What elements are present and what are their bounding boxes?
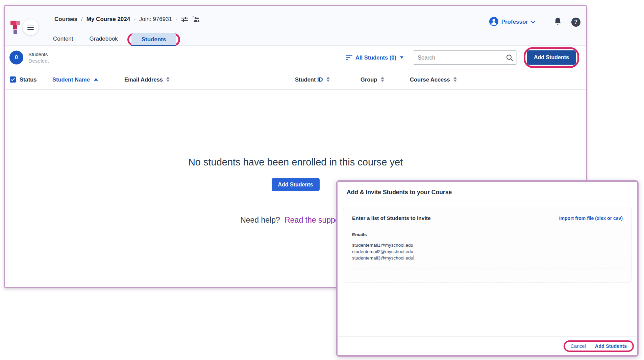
course-settings-icon[interactable] [181,16,188,23]
toolbar-controls: All Students (0) Add Students [346,47,579,68]
help-text: Need help? [240,216,280,224]
email-line: studentemail3@myschool.edu [352,255,623,261]
selected-count-badge: 0 [9,50,23,64]
sort-icon [381,76,384,82]
join-code: Join: 976931 [139,16,172,23]
email-line: studentemail1@myschool.edu [352,242,623,248]
text-cursor [414,255,414,260]
empty-state-message: No students have been enrolled in this c… [5,157,586,168]
column-header-status: Status [20,76,36,83]
add-invite-dialog: Add & Invite Students to your Course Ent… [336,180,639,357]
invite-people-icon[interactable] [192,16,200,23]
header-divider [544,15,544,29]
select-all-checkbox[interactable] [10,76,16,83]
annotation-ring-footer-actions: Cancel Add Students [564,340,634,352]
help-icon[interactable]: ? [571,18,580,27]
emails-label: Emails [352,232,623,237]
tab-students[interactable]: Students [131,33,176,46]
emails-textarea[interactable]: studentemail1@myschool.edu studentemail2… [352,242,623,261]
filter-label: All Students (0) [355,54,396,61]
sort-icon [326,76,330,82]
import-from-file-link[interactable]: Import from file (xlsx or csv) [559,216,623,221]
tabs: Content Gradebook Students [45,32,180,46]
search-box [413,50,517,64]
invite-panel: Enter a list of Students to invite Impor… [343,207,632,283]
empty-state-add-students-button[interactable]: Add Students [272,178,320,191]
search-icon [506,54,513,63]
annotation-ring-add-students: Add Students [524,47,579,68]
notifications-bell-icon[interactable] [554,17,562,27]
email-line: studentemail2@myschool.edu [352,248,623,255]
panel-heading: Enter a list of Students to invite [352,215,431,221]
column-header-group[interactable]: Group [361,76,384,83]
column-header-email[interactable]: Email Address [124,76,170,83]
breadcrumb-separator: / [81,16,83,23]
dialog-title: Add & Invite Students to your Course [338,182,637,202]
students-toolbar: 0 Students Deselect All Students (0) Add [5,46,586,69]
breadcrumb-course-name: My Course 2024 [86,16,130,23]
tab-gradebook[interactable]: Gradebook [81,32,126,46]
dialog-divider [338,202,637,202]
filter-dropdown[interactable]: All Students (0) [346,54,403,61]
breadcrumb-courses[interactable]: Courses [54,16,77,23]
add-students-button[interactable]: Add Students [527,50,576,65]
app-header: Courses / My Course 2024 • Join: 976931 … [5,6,586,46]
dot-separator: • [134,17,135,22]
caret-down-icon [400,56,403,59]
sort-icon [453,76,457,82]
sort-asc-icon [94,78,98,81]
dialog-add-students-button[interactable]: Add Students [595,343,627,349]
cancel-button[interactable]: Cancel [571,343,586,349]
avatar[interactable] [489,17,498,27]
dialog-footer: Cancel Add Students [338,336,637,355]
user-cluster: Professor ? [489,15,580,29]
filter-icon [346,55,352,60]
tophat-logo-icon [10,21,21,35]
user-menu[interactable]: Professor [501,19,528,25]
column-header-student-id[interactable]: Student ID [295,76,330,83]
search-input[interactable] [413,50,517,64]
students-label: Students [28,51,49,58]
annotation-ring-students-tab: Students [127,33,180,46]
breadcrumb: Courses / My Course 2024 • Join: 976931 … [54,16,200,23]
column-header-course-access[interactable]: Course Access [410,76,457,83]
column-header-student-name[interactable]: Student Name [52,76,98,83]
textarea-underline [352,269,623,269]
chevron-down-icon[interactable] [531,19,535,23]
sort-icon [166,76,170,82]
deselect-link[interactable]: Deselect [28,58,49,64]
dot-separator: • [176,17,177,22]
tab-content[interactable]: Content [45,32,81,46]
hamburger-menu-button[interactable] [23,19,39,35]
selection-summary: 0 Students Deselect [9,50,49,64]
students-table-header: Status Student Name Email Address Studen… [5,69,586,90]
